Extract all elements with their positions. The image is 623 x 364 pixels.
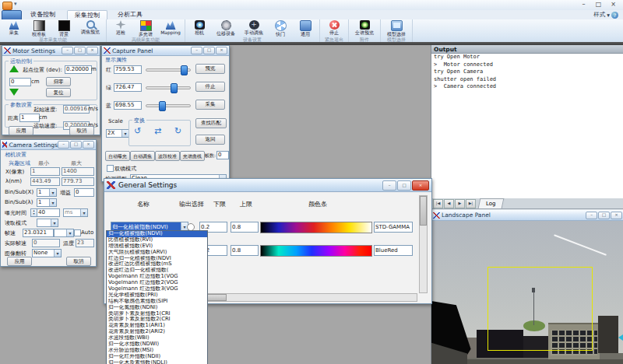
dropdown-item[interactable]: 类胡萝卜素反射指数1(CRI	[107, 311, 207, 317]
ribbon-tab-acquisition-control[interactable]: 采集控制	[67, 10, 107, 19]
apply-button[interactable]: 应用	[9, 126, 33, 135]
focus-preview-button[interactable]: 调焦预览	[77, 19, 104, 37]
dropdown-item[interactable]: 水分胁迫指数(MSI)	[107, 348, 207, 354]
close-icon[interactable]: ×	[611, 212, 622, 219]
dropdown-item[interactable]: 水波段指数(WBI)	[107, 335, 207, 341]
red-band-input[interactable]: 759.53	[114, 65, 142, 74]
dropdown-item[interactable]: 改进红边归一化植被指数(	[107, 268, 207, 274]
multispectral-button[interactable]: 多光谱	[134, 19, 157, 37]
dropdown-item[interactable]: 类胡萝卜素反射指数2(CRI	[107, 317, 207, 323]
camera-settings-titlebar[interactable]: Camera Settings –□×	[1, 140, 96, 150]
vertical-scrollbar[interactable]	[419, 195, 428, 293]
dropdown-item[interactable]: 归一化植被指数(NDVI)	[107, 231, 207, 237]
close-icon[interactable]: ×	[86, 47, 98, 54]
mapping-button[interactable]: Mapping	[159, 19, 182, 37]
move-down-button[interactable]	[9, 89, 19, 96]
stage-device-button[interactable]: 位移设备	[213, 19, 239, 37]
dropdown-item[interactable]: 光化学植被指数(PRI)	[107, 292, 207, 299]
dropdown-item[interactable]: 归一化木质素指数(NDLI)	[107, 360, 207, 364]
upper-limit-input-2[interactable]: 0.8	[231, 245, 259, 256]
cancel-button[interactable]: 取消	[69, 126, 94, 135]
output-log[interactable]: try Open Motor> Motor connectedtry Open …	[431, 54, 623, 199]
dual-mode-checkbox[interactable]	[107, 165, 114, 172]
spectral-curve-button[interactable]: 光谱曲线	[180, 151, 205, 161]
output-panel-header[interactable]: Output	[431, 45, 623, 54]
close-icon[interactable]: ×	[216, 47, 227, 54]
preview-button[interactable]: 预览	[195, 64, 225, 74]
cancel-button[interactable]: 取消	[66, 257, 91, 266]
close-icon[interactable]: ×	[412, 180, 429, 191]
close-icon[interactable]: ×	[83, 141, 94, 149]
rotate-right-icon[interactable]: ↻	[174, 124, 181, 139]
minimize-icon[interactable]: –	[382, 180, 396, 191]
framerate-input[interactable]: 23.0321	[23, 229, 54, 237]
band-calibration-button[interactable]: 波段校准	[155, 151, 180, 161]
minimize-icon[interactable]: –	[62, 47, 73, 54]
dropdown-item[interactable]: 比值植被指数(RVI)	[107, 237, 207, 243]
minimize-icon[interactable]: –	[191, 47, 202, 54]
colormap-input-1[interactable]: STD-GAMMA	[374, 222, 413, 233]
red-band-slider[interactable]	[146, 68, 191, 72]
maximize-icon[interactable]: □	[74, 47, 86, 54]
maximize-icon[interactable]: □	[598, 212, 610, 219]
colormap-input-2[interactable]: BlueRed	[374, 245, 413, 256]
auto-exposure-button[interactable]: 自动曝光	[105, 151, 130, 161]
nav-next-icon[interactable]: ▶	[455, 199, 465, 208]
move-up-button[interactable]	[9, 65, 19, 72]
back-button[interactable]: 返回	[195, 135, 225, 145]
distance-input[interactable]: 1	[19, 114, 40, 122]
window-maximize-button[interactable]: □	[592, 1, 605, 9]
nav-first-icon[interactable]: |◀	[433, 199, 443, 208]
camera-settings-button[interactable]: 相机	[188, 19, 211, 37]
background-button[interactable]: 背景	[52, 19, 76, 37]
full-spectrum-preview-button[interactable]: 全谱预览	[351, 19, 378, 37]
dropdown-item[interactable]: 结构不敏感色素指数(SIPI	[107, 299, 207, 305]
blue-band-input[interactable]: 698.55	[114, 101, 142, 110]
stop-button[interactable]: 停止	[322, 19, 346, 37]
position-input[interactable]: 0	[9, 78, 31, 86]
shutter-button[interactable]: 快门	[269, 19, 292, 37]
flip-horizontal-icon[interactable]: ⇄	[154, 124, 161, 139]
minimize-icon[interactable]: –	[586, 212, 597, 219]
maximize-icon[interactable]: □	[70, 141, 82, 149]
dropdown-item[interactable]: 归一化氮指数(NDNI)	[107, 305, 207, 311]
ribbon-tab-analysis-tools[interactable]: 分析工具	[111, 10, 150, 19]
blue-band-slider[interactable]	[146, 104, 191, 107]
dropdown-item[interactable]: Vogelmann 红边指数3(VOG	[107, 286, 207, 292]
minimize-icon[interactable]: –	[58, 141, 69, 149]
help-icon[interactable]: ?	[611, 12, 618, 19]
auto-framerate-checkbox[interactable]	[74, 229, 81, 236]
green-band-slider[interactable]	[146, 86, 191, 89]
dropdown-item[interactable]: 大气阻抗植被指数(ARVI)	[107, 250, 207, 256]
apply-button[interactable]: 应用	[7, 257, 32, 266]
green-band-input[interactable]: 726.47	[114, 83, 142, 92]
maximize-icon[interactable]: □	[397, 180, 411, 191]
camera-tab-label[interactable]: 相机设置	[5, 151, 26, 159]
landscape-camera-view[interactable]	[431, 221, 623, 364]
calibration-board-button[interactable]: 校准板	[27, 19, 51, 37]
dropdown-item[interactable]: 花青素反射指数1(ARI1)	[107, 323, 207, 329]
dropdown-item[interactable]: 归一化红外指数(NDII)	[107, 354, 207, 360]
reset-button[interactable]: 复位	[46, 88, 71, 97]
style-selector[interactable]: 样式 ▾ ?	[593, 11, 618, 19]
nav-prev-icon[interactable]: ◀	[444, 199, 454, 208]
bin-lambda-combo[interactable]: 1	[37, 198, 57, 207]
auto-focus-button[interactable]: 自动调焦	[130, 151, 155, 161]
capture-button[interactable]: 采集	[195, 100, 225, 110]
landscape-panel-titlebar[interactable]: Landscape Panel –□×	[431, 210, 623, 221]
maximize-icon[interactable]: □	[203, 47, 215, 54]
read-mode-combo[interactable]	[37, 219, 58, 227]
dropdown-item[interactable]: 改进红边比值植被指数(mS	[107, 261, 207, 268]
ribbon-tab-device-control[interactable]: 设备控制	[23, 10, 62, 19]
manual-focus-button[interactable]: 手动调焦	[241, 19, 267, 37]
find-match-button[interactable]: 查找匹配	[195, 118, 227, 128]
dropdown-item[interactable]: 增强植被指数(EVI)	[107, 243, 207, 250]
general-settings-titlebar[interactable]: General Settings – □ ×	[104, 179, 431, 192]
scale-combo[interactable]: 2X	[106, 129, 129, 138]
gain-input[interactable]: 0	[74, 188, 94, 197]
upper-limit-input-1[interactable]: 0.8	[231, 222, 259, 233]
capture-button[interactable]: 采集	[2, 19, 26, 37]
bin-x-combo[interactable]: 1	[37, 188, 57, 197]
dropdown-item[interactable]: 花青素反射指数2(ARI2)	[107, 329, 207, 335]
motor-settings-titlebar[interactable]: Motor Settings –□×	[2, 46, 100, 56]
